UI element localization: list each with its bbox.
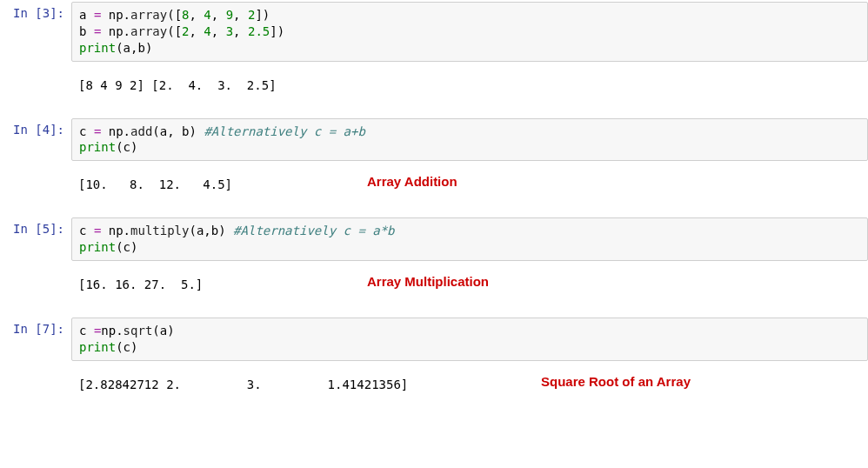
code-token: 4 <box>204 8 210 22</box>
output-cell: . [10. 8. 12. 4.5]Array Addition <box>0 171 868 197</box>
output-prompt: . <box>0 371 71 393</box>
code-token <box>226 224 233 237</box>
code-token: , <box>211 24 226 38</box>
output-text: [16. 16. 27. 5.] <box>78 277 203 291</box>
code-token: ]) <box>270 24 284 38</box>
input-prompt: In [3]: <box>0 0 71 22</box>
code-token: c <box>124 340 130 354</box>
output-cell: . [16. 16. 27. 5.]Array Multiplication <box>0 271 868 297</box>
code-token: c <box>124 240 130 254</box>
code-input[interactable]: c = np.multiply(a,b) #Alternatively c = … <box>71 217 868 261</box>
annotation-label: Square Root of an Array <box>541 373 691 391</box>
code-token: 9 <box>226 8 233 22</box>
code-token: , <box>190 8 204 22</box>
code-token: ( <box>116 140 123 154</box>
code-token: print <box>79 340 116 354</box>
code-token: array <box>130 24 167 38</box>
code-token: sqrt <box>124 324 153 338</box>
code-token: ( <box>116 340 123 354</box>
output-prompt: . <box>0 271 71 293</box>
code-token: = <box>94 224 101 237</box>
code-token: 4 <box>204 24 210 38</box>
code-token: c <box>79 124 86 138</box>
stdout-output: [16. 16. 27. 5.]Array Multiplication <box>71 271 868 297</box>
code-token: ) <box>145 41 152 55</box>
code-token: np <box>101 324 116 338</box>
code-input[interactable]: c =np.sqrt(a) print(c) <box>71 318 868 361</box>
code-token: = <box>94 8 101 22</box>
code-token: ( <box>116 41 123 55</box>
code-token <box>86 324 93 338</box>
output-cell: . [2.82842712 2. 3. 1.41421356]Square Ro… <box>0 371 868 397</box>
code-token: ([ <box>167 24 182 38</box>
code-token: a,b <box>124 41 145 55</box>
input-prompt: In [7]: <box>0 316 71 338</box>
code-token: , <box>211 8 226 22</box>
code-token: 2.5 <box>248 24 270 38</box>
code-token: add <box>130 124 152 138</box>
code-token: = <box>94 24 101 38</box>
annotation-label: Array Multiplication <box>367 273 489 291</box>
code-cell: In [3]: a = np.array([8, 4, 9, 2]) b = n… <box>0 0 868 64</box>
output-text: [10. 8. 12. 4.5] <box>78 177 232 191</box>
code-token: ) <box>130 340 137 354</box>
code-token: ) <box>130 240 137 254</box>
code-token: . <box>124 24 130 38</box>
code-token: 2 <box>182 24 189 38</box>
code-token: np <box>109 8 124 22</box>
code-cell: In [7]: c =np.sqrt(a) print(c) <box>0 316 868 363</box>
code-token: print <box>79 140 116 154</box>
input-prompt: In [4]: <box>0 117 71 138</box>
code-token: ]) <box>255 8 270 22</box>
code-token: ( <box>152 124 159 138</box>
code-comment: #Alternatively c = a+b <box>204 124 364 138</box>
output-prompt: . <box>0 171 71 193</box>
code-token: c <box>124 140 130 154</box>
output-prompt: . <box>0 72 71 94</box>
code-token: ) <box>218 224 225 237</box>
code-token: a,b <box>197 224 218 237</box>
code-token: . <box>124 124 130 138</box>
output-text: [2.82842712 2. 3. 1.41421356] <box>78 378 408 391</box>
code-cell: In [5]: c = np.multiply(a,b) #Alternativ… <box>0 216 868 263</box>
code-token: multiply <box>130 224 189 237</box>
code-token: a <box>79 8 86 22</box>
code-token: a, b <box>160 124 190 138</box>
code-token: ) <box>190 124 197 138</box>
code-token: 8 <box>182 8 189 22</box>
output-text: [8 4 9 2] [2. 4. 3. 2.5] <box>78 78 277 92</box>
code-token: , <box>233 24 248 38</box>
code-token: np <box>109 124 124 138</box>
code-token: array <box>130 8 167 22</box>
annotation-label: Array Addition <box>367 173 457 191</box>
code-token: , <box>233 8 248 22</box>
code-token: np <box>109 24 124 38</box>
code-token: ) <box>130 140 137 154</box>
code-token: . <box>124 8 130 22</box>
stdout-output: [2.82842712 2. 3. 1.41421356]Square Root… <box>71 371 868 397</box>
code-token: 3 <box>226 24 233 38</box>
code-comment: #Alternatively c = a*b <box>233 224 394 237</box>
code-token: . <box>116 324 123 338</box>
code-input[interactable]: c = np.add(a, b) #Alternatively c = a+b … <box>71 118 868 162</box>
code-token: ([ <box>167 8 182 22</box>
stdout-output: [10. 8. 12. 4.5]Array Addition <box>71 171 868 197</box>
code-cell: In [4]: c = np.add(a, b) #Alternatively … <box>0 117 868 164</box>
code-token: ) <box>167 324 174 338</box>
code-token: b <box>79 24 86 38</box>
code-input[interactable]: a = np.array([8, 4, 9, 2]) b = np.array(… <box>71 2 868 62</box>
code-token: ( <box>152 324 159 338</box>
code-token: a <box>160 324 167 338</box>
stdout-output: [8 4 9 2] [2. 4. 3. 2.5] <box>71 72 868 97</box>
code-token: print <box>79 240 116 254</box>
code-token: print <box>79 41 116 55</box>
input-prompt: In [5]: <box>0 216 71 237</box>
code-token: , <box>190 24 204 38</box>
code-token: np <box>109 224 124 237</box>
code-token: ( <box>116 240 123 254</box>
code-token: = <box>94 124 101 138</box>
code-token: ( <box>189 224 196 237</box>
output-cell: . [8 4 9 2] [2. 4. 3. 2.5] <box>0 72 868 97</box>
code-token: c <box>79 224 86 237</box>
code-token: . <box>124 224 130 237</box>
